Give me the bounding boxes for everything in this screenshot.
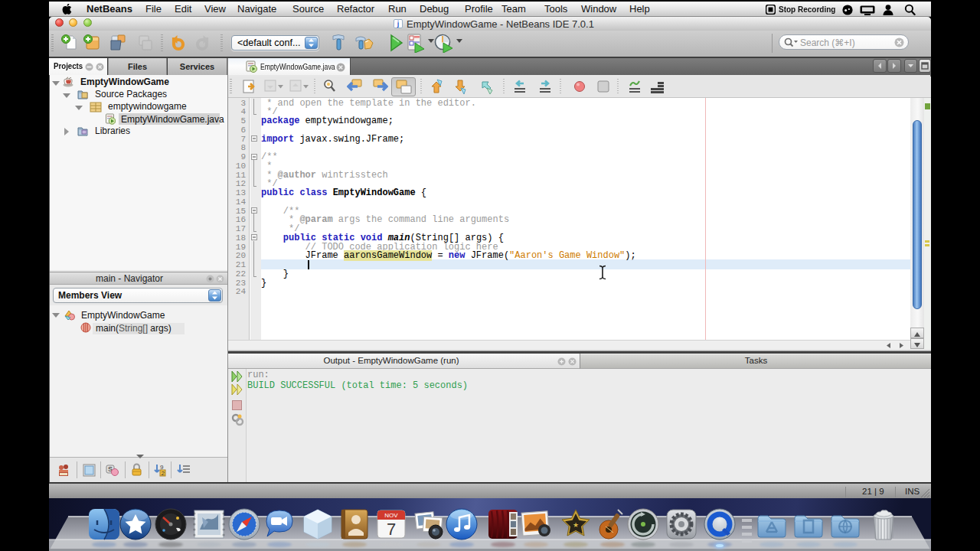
svg-text:2: 2 [162, 470, 165, 477]
svg-text:7: 7 [387, 520, 396, 539]
svg-text:NOV: NOV [384, 512, 398, 519]
svg-text:★: ★ [573, 521, 579, 529]
